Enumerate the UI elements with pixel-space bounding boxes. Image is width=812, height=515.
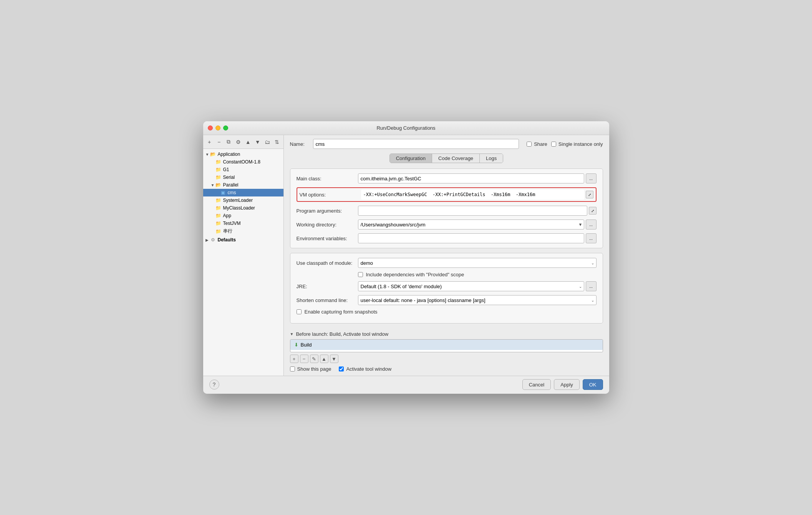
dialog-bottom: ? Cancel Apply OK [203,376,609,394]
tree-item-testjvm[interactable]: 📁 TestJVM [203,220,283,227]
before-launch-toolbar: + − ✎ ▲ ▼ [290,355,603,363]
ok-button[interactable]: OK [583,379,603,390]
tab-logs[interactable]: Logs [480,154,503,163]
tree-label-serial: Serial [223,175,235,180]
cancel-button[interactable]: Cancel [522,379,551,390]
folder-icon-testjvm: 📁 [215,220,222,226]
file-icon-cms: ▣ [220,190,226,196]
classpath-select[interactable]: demo [358,258,597,268]
tree-label-app: App [223,213,231,218]
single-instance-checkbox[interactable] [551,142,556,147]
build-icon: ⬇ [294,342,298,348]
apply-button[interactable]: Apply [554,379,580,390]
tree-label-kanji: 串行 [223,228,232,234]
working-dir-browse-button[interactable]: ... [586,220,597,229]
before-launch-section: ▼ Before launch: Build, Activate tool wi… [290,331,603,372]
name-input[interactable] [313,139,519,149]
env-vars-browse-button[interactable]: ... [586,233,597,243]
tree-arrow-application: ▼ [205,152,210,157]
show-page-checkbox[interactable] [290,366,295,371]
gear-icon-defaults: ⚙ [210,237,216,243]
minimize-button[interactable] [215,125,220,130]
folder-error-icon-myclassloader: 📁 [215,205,222,211]
move-up-button[interactable]: ▲ [244,138,252,146]
maximize-button[interactable] [223,125,228,130]
enable-snapshots-row: Enable capturing form snapshots [297,309,597,315]
name-row: Name: Share Single instance only [290,139,603,149]
before-launch-title: Before launch: Build, Activate tool wind… [296,331,388,337]
tree-item-systemloader[interactable]: 📁 SystemLoader [203,196,283,204]
program-args-expand-button[interactable]: ⤢ [589,207,597,215]
main-class-row: Main class: ... [297,173,597,183]
main-class-browse-button[interactable]: ... [586,173,597,183]
jre-browse-button[interactable]: ... [586,281,597,291]
name-label: Name: [290,141,309,147]
vm-options-input[interactable] [361,190,584,200]
remove-config-button[interactable]: − [215,138,223,146]
tree-item-myclassloader[interactable]: 📁 MyClassLoader [203,204,283,212]
tree-item-application[interactable]: ▼ 📂 Application [203,150,283,158]
tree-item-g1[interactable]: 📁 G1 [203,166,283,173]
bl-up-button[interactable]: ▲ [320,355,328,363]
config-settings-button[interactable]: ⚙ [234,138,242,146]
bottom-checkboxes: Show this page Activate tool window [290,366,603,372]
tab-code-coverage[interactable]: Code Coverage [432,154,480,163]
enable-snapshots-checkbox[interactable] [297,309,302,314]
bl-add-button[interactable]: + [290,355,298,363]
activate-window-group: Activate tool window [339,366,391,372]
folder-icon-serial: 📁 [215,174,222,180]
tree-item-serial[interactable]: 📁 Serial [203,173,283,181]
tab-configuration[interactable]: Configuration [390,154,432,163]
main-content: + − ⧉ ⚙ ▲ ▼ 🗂 ⇅ ▼ 📂 Application 📁 [203,135,609,376]
folder-button[interactable]: 🗂 [263,138,271,146]
copy-config-button[interactable]: ⧉ [225,138,233,146]
bl-remove-button[interactable]: − [300,355,308,363]
tree-label-constantoom: ConstantOOM-1.8 [223,159,260,165]
config-tree: ▼ 📂 Application 📁 ConstantOOM-1.8 📁 G1 � [203,149,283,376]
folder-open-icon: 📂 [210,151,216,157]
bl-edit-button[interactable]: ✎ [310,355,318,363]
jre-label: JRE: [297,284,358,289]
close-button[interactable] [208,125,213,130]
window-title: Run/Debug Configurations [376,125,435,131]
tabs-row: Configuration Code Coverage Logs [290,154,603,163]
before-launch-arrow: ▼ [290,332,294,336]
jre-select[interactable]: Default (1.8 - SDK of 'demo' module) [358,281,584,291]
title-bar: Run/Debug Configurations [203,121,609,135]
bl-down-button[interactable]: ▼ [330,355,338,363]
tree-item-app[interactable]: 📁 App [203,212,283,220]
tree-item-kanji[interactable]: 📁 串行 [203,227,283,235]
tree-item-cms[interactable]: ▣ cms [203,189,283,196]
show-page-group: Show this page [290,366,331,372]
help-button[interactable]: ? [209,380,219,390]
vm-options-label: VM options: [300,192,361,198]
tree-item-constantoom[interactable]: 📁 ConstantOOM-1.8 [203,158,283,166]
include-deps-checkbox[interactable] [358,272,363,277]
vm-options-expand-button[interactable]: ⤢ [586,191,593,198]
program-args-label: Program arguments: [297,208,358,214]
working-dir-input[interactable] [358,220,584,229]
env-vars-input[interactable] [358,233,584,243]
working-dir-row: Working directory: ▼ ... [297,220,597,229]
working-dir-label: Working directory: [297,222,358,228]
program-args-input[interactable] [358,206,587,216]
move-down-button[interactable]: ▼ [254,138,262,146]
include-deps-row: Include dependencies with "Provided" sco… [297,272,597,277]
add-config-button[interactable]: + [205,138,214,146]
sort-button[interactable]: ⇅ [273,138,281,146]
before-launch-item-build[interactable]: ⬇ Build [290,340,603,350]
tree-item-parallel[interactable]: ▼ 📂 Parallel [203,181,283,189]
configuration-form: Main class: ... VM options: ⤢ Program ar… [290,168,603,248]
before-launch-list: ⬇ Build [290,339,603,352]
build-label: Build [301,342,312,348]
main-class-input[interactable] [358,173,584,183]
activate-window-label: Activate tool window [346,366,391,372]
tree-item-defaults[interactable]: ▶ ⚙ Defaults [203,236,283,244]
tree-arrow-defaults: ▶ [205,238,210,242]
activate-window-checkbox[interactable] [339,366,344,371]
share-checkbox[interactable] [527,142,532,147]
classpath-row: Use classpath of module: demo ⌄ [297,258,597,268]
tree-label-application: Application [218,152,240,157]
folder-icon-systemloader: 📁 [215,197,222,203]
shorten-cmd-select[interactable]: user-local default: none - java [options… [358,295,597,305]
